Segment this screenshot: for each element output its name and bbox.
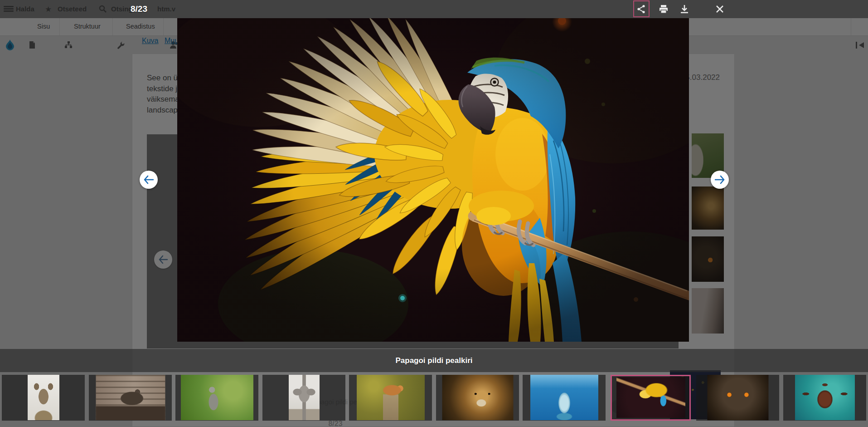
thumbnail-parrot-selected[interactable] [611, 375, 691, 421]
screen: Halda ★ Otseteed Otsing htm.v Sisu Struk… [0, 0, 868, 427]
thumb-image [442, 375, 513, 420]
thumb-image [28, 375, 59, 420]
download-button[interactable] [677, 1, 692, 16]
thumbnail-deer[interactable] [2, 375, 85, 421]
close-button[interactable] [713, 1, 727, 16]
share-icon [637, 5, 646, 14]
thumb-image [707, 375, 768, 420]
thumb-image [289, 375, 320, 420]
thumb-image [181, 375, 253, 420]
close-icon [715, 5, 724, 14]
print-icon [659, 5, 668, 14]
thumbnail-lion[interactable] [436, 375, 519, 421]
lightbox-image-parrot[interactable] [177, 18, 689, 342]
next-image-button[interactable] [711, 171, 729, 189]
thumb-image [530, 375, 598, 420]
download-icon [680, 5, 689, 14]
thumbnail-elephant[interactable] [262, 375, 345, 421]
share-button[interactable] [634, 1, 649, 16]
thumbnail-cat-grass[interactable] [175, 375, 258, 421]
thumbnail-fox[interactable] [349, 375, 432, 421]
image-caption: Papagoi pildi pealkiri [0, 349, 868, 372]
thumb-image [357, 375, 425, 420]
thumbnail-cat-trough[interactable] [89, 375, 172, 421]
arrow-left-icon [144, 175, 154, 184]
thumbnail-owl[interactable] [696, 375, 779, 421]
arrow-right-icon [715, 175, 725, 184]
thumb-image [795, 375, 855, 420]
thumbnail-turtle[interactable] [783, 375, 866, 421]
prev-image-button[interactable] [140, 171, 158, 189]
parrot-photo [177, 18, 689, 342]
image-counter: 8/23 [131, 0, 147, 18]
print-button[interactable] [656, 1, 671, 16]
thumb-image [616, 377, 685, 418]
thumb-image [96, 375, 165, 420]
lightbox-topbar: 8/23 [0, 0, 868, 18]
thumbnail-dolphin[interactable] [523, 375, 606, 421]
